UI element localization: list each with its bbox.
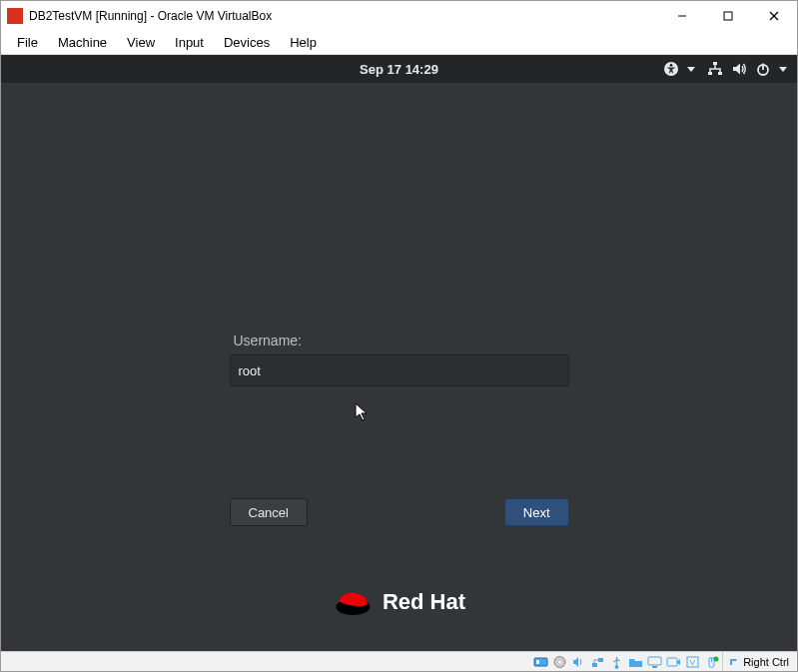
guest-screen: Sep 17 14:29: [1, 55, 797, 651]
shared-folders-indicator-icon[interactable]: [627, 654, 644, 670]
svg-point-15: [558, 660, 561, 663]
menu-input[interactable]: Input: [165, 33, 214, 52]
hard-disk-indicator-icon[interactable]: [532, 654, 549, 670]
host-menu-bar: File Machine View Input Devices Help: [1, 31, 797, 55]
svg-rect-21: [667, 658, 677, 666]
svg-rect-1: [724, 12, 732, 20]
svg-rect-13: [536, 660, 539, 664]
volume-icon: [731, 61, 747, 77]
menu-view[interactable]: View: [117, 33, 165, 52]
menu-devices[interactable]: Devices: [214, 33, 280, 52]
network-indicator-icon[interactable]: [589, 654, 606, 670]
redhat-branding: Red Hat: [333, 587, 465, 617]
redhat-brand-text: Red Hat: [383, 589, 465, 615]
svg-rect-7: [708, 72, 712, 75]
network-wired-icon: [707, 61, 723, 77]
host-title-bar: DB2TestVM [Running] - Oracle VM VirtualB…: [1, 1, 797, 31]
chevron-down-icon: [687, 67, 695, 72]
usb-indicator-icon[interactable]: [608, 654, 625, 670]
svg-rect-19: [648, 657, 661, 665]
redhat-logo-icon: [333, 587, 373, 617]
audio-indicator-icon[interactable]: [570, 654, 587, 670]
svg-point-25: [714, 656, 719, 661]
system-menu[interactable]: [707, 61, 787, 77]
menu-machine[interactable]: Machine: [48, 33, 117, 52]
recording-indicator-icon[interactable]: [665, 654, 682, 670]
window-title: DB2TestVM [Running] - Oracle VM VirtualB…: [29, 9, 659, 23]
next-button[interactable]: Next: [504, 498, 569, 526]
host-key-label: Right Ctrl: [743, 656, 789, 668]
svg-rect-16: [592, 663, 597, 667]
menu-file[interactable]: File: [7, 33, 48, 52]
username-label: Username:: [234, 333, 569, 348]
minimize-button[interactable]: [659, 1, 705, 31]
accessibility-icon: [663, 61, 679, 77]
maximize-button[interactable]: [705, 1, 751, 31]
svg-text:V: V: [690, 658, 696, 667]
chevron-down-icon: [779, 67, 787, 72]
svg-point-5: [670, 64, 673, 67]
menu-help[interactable]: Help: [280, 33, 327, 52]
svg-rect-8: [718, 72, 722, 75]
host-status-bar: V Right Ctrl: [1, 651, 797, 671]
username-input[interactable]: [230, 354, 569, 386]
close-button[interactable]: [751, 1, 797, 31]
gnome-top-bar: Sep 17 14:29: [1, 55, 797, 83]
cancel-button[interactable]: Cancel: [230, 498, 308, 526]
svg-rect-12: [534, 658, 547, 666]
power-icon: [755, 61, 771, 77]
clock[interactable]: Sep 17 14:29: [360, 62, 438, 77]
mouse-integration-indicator-icon[interactable]: [703, 654, 720, 670]
svg-rect-20: [652, 666, 657, 668]
virtualbox-app-icon: [7, 8, 23, 24]
login-form: Username: Cancel Next: [230, 333, 569, 526]
display-indicator-icon[interactable]: [646, 654, 663, 670]
accessibility-menu[interactable]: [663, 61, 695, 77]
optical-drive-indicator-icon[interactable]: [551, 654, 568, 670]
virtualization-indicator-icon[interactable]: V: [684, 654, 701, 670]
svg-rect-6: [713, 62, 717, 65]
host-key-indicator[interactable]: Right Ctrl: [722, 652, 793, 671]
